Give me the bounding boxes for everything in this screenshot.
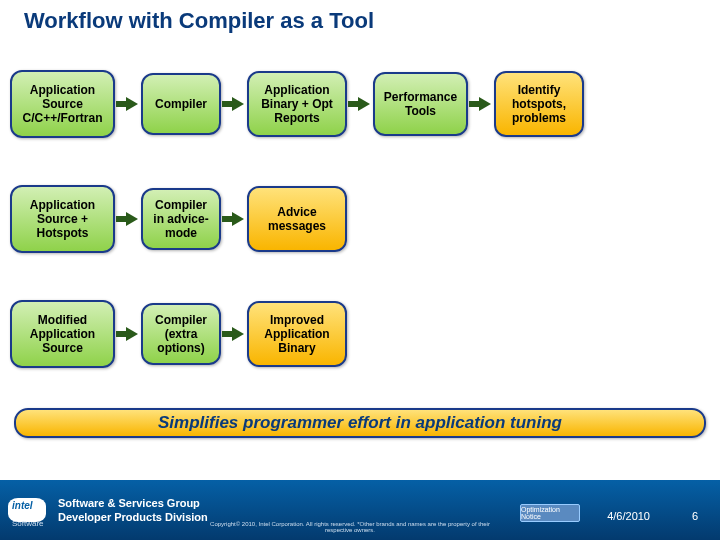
arrow-icon [469,97,493,111]
arrow-icon [222,327,246,341]
workflow-row-3: Modified Application Source Compiler (ex… [10,294,710,374]
box-advice-messages: Advice messages [247,186,347,252]
arrow-icon [348,97,372,111]
summary-text: Simplifies programmer effort in applicat… [158,413,562,433]
box-identify-hotspots: Identify hotspots, problems [494,71,584,137]
arrow-icon [222,97,246,111]
slide-footer: Software Software & Services Group Devel… [0,480,720,540]
box-compiler: Compiler [141,73,221,135]
summary-banner: Simplifies programmer effort in applicat… [14,408,706,438]
footer-line2: Developer Products Division [58,510,208,524]
box-compiler-extra: Compiler (extra options) [141,303,221,365]
footer-group-name: Software & Services Group Developer Prod… [58,496,208,525]
box-improved-binary: Improved Application Binary [247,301,347,367]
arrow-icon [222,212,246,226]
box-binary-reports: Application Binary + Opt Reports [247,71,347,137]
arrow-icon [116,212,140,226]
arrow-icon [116,97,140,111]
footer-line1: Software & Services Group [58,496,208,510]
workflow-diagram: Application Source C/C++/Fortran Compile… [10,64,720,404]
footer-software-label: Software [12,519,44,528]
workflow-row-1: Application Source C/C++/Fortran Compile… [10,64,710,144]
arrow-icon [116,327,140,341]
box-app-source: Application Source C/C++/Fortran [10,70,115,138]
box-modified-source: Modified Application Source [10,300,115,368]
workflow-row-2: Application Source + Hotspots Compiler i… [10,179,710,259]
optimization-notice-badge: Optimization Notice [520,504,580,522]
slide-title: Workflow with Compiler as a Tool [0,0,720,34]
box-perf-tools: Performance Tools [373,72,468,136]
box-source-hotspots: Application Source + Hotspots [10,185,115,253]
box-compiler-advice: Compiler in advice-mode [141,188,221,250]
footer-page-number: 6 [692,510,698,522]
footer-copyright: Copyright© 2010, Intel Corporation. All … [210,521,490,534]
footer-date: 4/6/2010 [607,510,650,522]
